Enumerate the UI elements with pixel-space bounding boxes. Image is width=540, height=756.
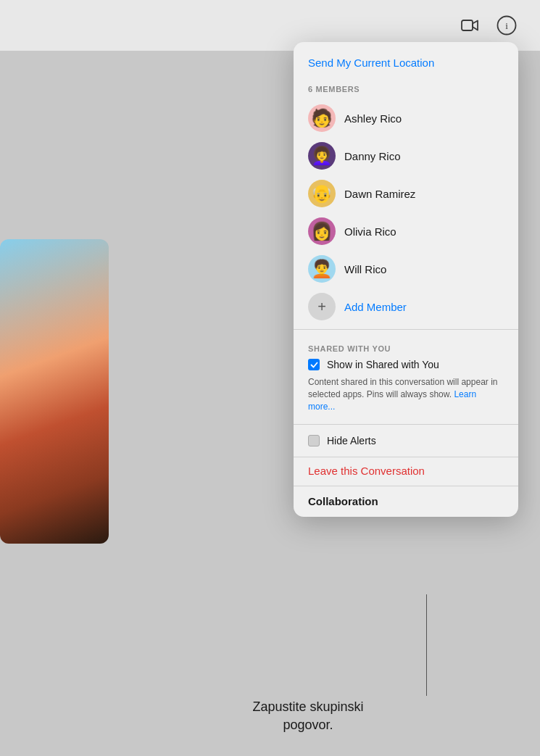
avatar: 🧑 <box>308 104 336 132</box>
member-name: Dawn Ramirez <box>344 188 415 200</box>
leave-section: Leave this Conversation <box>294 457 518 486</box>
member-name: Will Rico <box>344 263 386 275</box>
leave-conversation-link[interactable]: Leave this Conversation <box>308 465 504 477</box>
member-item[interactable]: 👩 Olivia Rico <box>308 212 504 250</box>
member-item[interactable]: 👴 Dawn Ramirez <box>308 175 504 212</box>
info-popup-panel: Send My Current Location 6 MEMBERS 🧑 Ash… <box>294 42 518 517</box>
video-call-button[interactable] <box>459 14 482 37</box>
avatar: 🧑‍🦱 <box>308 255 336 283</box>
member-name: Olivia Rico <box>344 225 396 238</box>
member-item[interactable]: 🧑 Ashley Rico <box>308 99 504 137</box>
member-item[interactable]: 👩‍🦱 Danny Rico <box>308 137 504 175</box>
collaboration-section: Collaboration <box>294 486 518 517</box>
hide-alerts-label: Hide Alerts <box>327 435 376 446</box>
show-in-shared-label: Show in Shared with You <box>327 359 439 370</box>
send-location-link[interactable]: Send My Current Location <box>308 54 504 78</box>
show-in-shared-row: Show in Shared with You <box>308 359 504 370</box>
shared-description: Content shared in this conversation will… <box>308 376 504 412</box>
shared-with-you-section: SHARED WITH YOU Show in Shared with You … <box>308 330 504 424</box>
hide-alerts-section: Hide Alerts <box>294 425 518 457</box>
avatar: 👩 <box>308 217 336 245</box>
avatar: 👴 <box>308 180 336 207</box>
members-header: 6 MEMBERS <box>308 85 504 94</box>
avatar: 👩‍🦱 <box>308 142 336 170</box>
member-item[interactable]: 🧑‍🦱 Will Rico <box>308 250 504 288</box>
collaboration-label: Collaboration <box>308 495 378 507</box>
info-button[interactable]: i <box>495 14 518 37</box>
member-list: 🧑 Ashley Rico 👩‍🦱 Danny Rico 👴 Dawn Rami… <box>308 99 504 288</box>
add-icon: + <box>308 293 336 320</box>
member-name: Ashley Rico <box>344 112 402 125</box>
hide-alerts-row: Hide Alerts <box>308 432 504 449</box>
svg-rect-0 <box>462 20 473 30</box>
photo-thumbnail <box>0 239 109 544</box>
member-name: Danny Rico <box>344 150 401 162</box>
shared-header: SHARED WITH YOU <box>308 344 504 353</box>
show-in-shared-checkbox[interactable] <box>308 359 320 370</box>
tooltip-text: Zapustite skupinski pogovor. <box>236 698 381 734</box>
add-member-button[interactable]: + Add Member <box>308 288 504 329</box>
add-member-label: Add Member <box>344 301 407 313</box>
tooltip-line <box>426 594 427 696</box>
svg-text:i: i <box>505 20 508 31</box>
hide-alerts-toggle[interactable] <box>308 435 320 446</box>
